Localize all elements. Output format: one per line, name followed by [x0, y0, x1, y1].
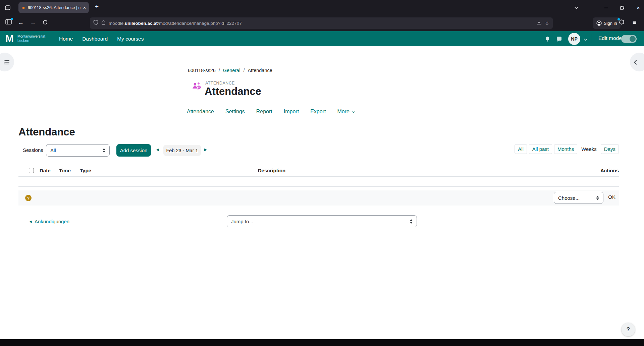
- left-arrow-icon: ◄: [29, 219, 33, 224]
- tab-import[interactable]: Import: [284, 109, 299, 115]
- filter-months[interactable]: Months: [554, 144, 577, 154]
- add-session-button[interactable]: Add session: [116, 144, 151, 157]
- empty-table-row: [18, 177, 619, 187]
- select-all-checkbox[interactable]: [29, 168, 34, 173]
- col-date: Date: [40, 168, 51, 173]
- tab-attendance[interactable]: Attendance: [187, 109, 214, 115]
- extensions-puzzle-icon[interactable]: [619, 19, 625, 26]
- page-content: 600118-ss26 / General / Attendance ATTEN…: [0, 46, 644, 339]
- activity-title: Attendance: [205, 85, 261, 98]
- user-avatar[interactable]: NP: [568, 33, 580, 45]
- window-minimize-icon[interactable]: [602, 4, 610, 12]
- sessions-label: Sessions: [23, 147, 43, 153]
- back-icon[interactable]: ←: [18, 19, 24, 26]
- course-index-toggle[interactable]: [0, 53, 14, 71]
- col-type: Type: [80, 168, 91, 173]
- choose-action-select[interactable]: Choose...: [554, 192, 603, 204]
- breadcrumb: 600118-ss26 / General / Attendance: [188, 68, 272, 73]
- select-arrows-icon: [596, 196, 599, 200]
- sign-in-button[interactable]: Sign in: [593, 17, 621, 29]
- reload-icon[interactable]: [42, 19, 48, 26]
- select-arrows-icon: [103, 148, 105, 153]
- breadcrumb-course[interactable]: 600118-ss26: [188, 68, 216, 73]
- firefox-view-icon[interactable]: [3, 3, 12, 12]
- user-menu-chevron-icon[interactable]: [582, 36, 590, 44]
- with-selected-row: ? Choose... OK: [18, 190, 619, 206]
- browser-chrome: m 600118-ss26: Attendance | moo × + × ← …: [0, 0, 644, 31]
- filter-days[interactable]: Days: [601, 144, 619, 154]
- tab-title: 600118-ss26: Attendance | moo: [28, 5, 81, 10]
- jump-to-select[interactable]: Jump to...: [227, 215, 417, 227]
- page-title: Attendance: [18, 126, 75, 138]
- help-floating-button[interactable]: ?: [622, 323, 635, 336]
- browser-tab[interactable]: m 600118-ss26: Attendance | moo ×: [18, 2, 89, 13]
- tab-close-icon[interactable]: ×: [83, 5, 86, 10]
- brand-text: Montanuniversität Leoben: [17, 34, 45, 43]
- save-page-icon[interactable]: [536, 20, 542, 26]
- course-index-list-icon: [4, 60, 9, 65]
- activity-type-label: ATTENDANCE: [205, 81, 235, 85]
- browser-toolbar: ← → moodle.unileoben.ac.at/mod/attendanc…: [0, 15, 644, 31]
- attendance-activity-icon: [191, 81, 203, 93]
- notifications-bell-icon[interactable]: [543, 35, 551, 43]
- moodle-favicon-icon: m: [21, 5, 25, 10]
- filter-all-past[interactable]: All past: [529, 144, 552, 154]
- filter-weeks-active: Weeks: [579, 145, 599, 154]
- menu-hamburger-icon[interactable]: ≡: [633, 19, 636, 26]
- col-actions: Actions: [600, 168, 619, 173]
- date-range-button[interactable]: Feb 23 - Mar 1: [163, 145, 201, 156]
- account-icon: [596, 20, 602, 26]
- filter-all[interactable]: All: [515, 144, 527, 154]
- nav-item-dashboard[interactable]: Dashboard: [82, 36, 108, 42]
- breadcrumb-current: Attendance: [248, 68, 272, 73]
- sessions-select[interactable]: All: [46, 144, 110, 157]
- url-text: moodle.unileoben.ac.at/mod/attendance/ma…: [109, 21, 533, 26]
- tab-export[interactable]: Export: [310, 109, 326, 115]
- section-divider: [0, 120, 644, 120]
- view-filters: All All past Months Weeks Days: [515, 144, 619, 154]
- list-all-tabs-icon[interactable]: [572, 4, 580, 12]
- window-maximize-icon[interactable]: [618, 4, 626, 12]
- breadcrumb-section[interactable]: General: [223, 68, 240, 73]
- ok-button[interactable]: OK: [608, 194, 615, 200]
- chevron-left-icon: [634, 60, 637, 65]
- url-bar[interactable]: moodle.unileoben.ac.at/mod/attendance/ma…: [90, 17, 553, 29]
- messages-icon[interactable]: [555, 35, 563, 43]
- bottom-bar: [0, 339, 644, 346]
- shield-icon[interactable]: [93, 20, 98, 27]
- sidebar-toggle-icon[interactable]: [5, 19, 12, 26]
- nav-item-home[interactable]: Home: [59, 36, 73, 42]
- block-drawer-toggle[interactable]: [630, 53, 644, 71]
- sidebar-notification-dot: [11, 18, 13, 20]
- tab-report[interactable]: Report: [256, 109, 272, 115]
- prev-week-arrow[interactable]: ◄: [155, 147, 160, 152]
- previous-activity-link[interactable]: ◄ Ankündigungen: [29, 219, 69, 224]
- window-close-icon[interactable]: ×: [634, 4, 642, 12]
- tab-settings[interactable]: Settings: [225, 109, 245, 115]
- sessions-table-header: Date Time Type Description Actions: [18, 166, 619, 177]
- nav-item-my-courses[interactable]: My courses: [117, 36, 144, 42]
- help-badge-icon[interactable]: ?: [25, 195, 32, 201]
- edit-mode-toggle[interactable]: [621, 35, 637, 43]
- edit-mode-label: Edit mode: [598, 35, 622, 41]
- next-week-arrow[interactable]: ►: [203, 147, 208, 152]
- activity-tabs: Attendance Settings Report Import Export…: [187, 109, 354, 115]
- col-time: Time: [59, 168, 71, 173]
- bookmark-star-icon[interactable]: ☆: [545, 20, 549, 26]
- col-description: Description: [258, 168, 286, 173]
- navbar-divider: [592, 34, 592, 43]
- lock-icon[interactable]: [101, 20, 106, 26]
- university-logo[interactable]: M: [5, 33, 13, 44]
- select-arrows-icon: [410, 219, 413, 224]
- chevron-down-icon: [352, 110, 355, 113]
- new-tab-button[interactable]: +: [95, 3, 99, 10]
- moodle-navbar: M Montanuniversität Leoben Home Dashboar…: [0, 31, 644, 46]
- forward-icon: →: [30, 19, 36, 26]
- tab-more[interactable]: More: [337, 109, 354, 115]
